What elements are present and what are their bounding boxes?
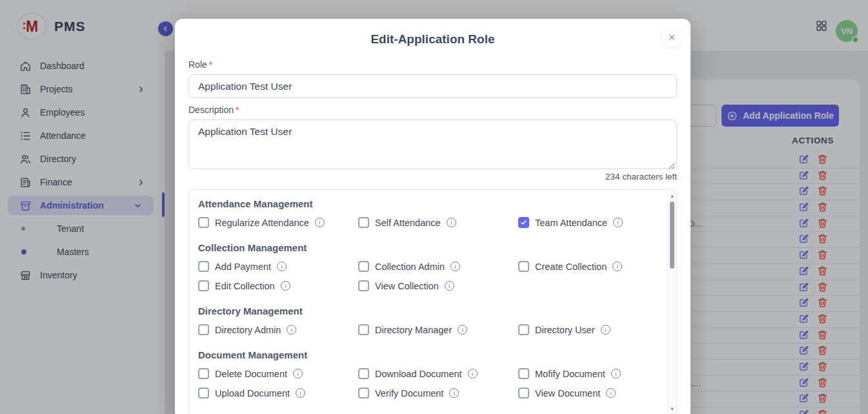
permission-label: Self Attendance: [375, 218, 441, 228]
permission-item: Upload Documenti: [198, 388, 358, 398]
required-asterisk: *: [236, 105, 239, 115]
checkbox[interactable]: [358, 388, 369, 398]
checkbox[interactable]: [358, 280, 369, 291]
permission-label: Directory User: [535, 325, 595, 335]
checkbox[interactable]: [518, 388, 529, 398]
permission-label: Upload Document: [215, 388, 290, 398]
screen: M PMS DashboardProjectsEmployeesAttendan…: [0, 0, 868, 414]
permission-item: Mofify Documenti: [518, 368, 657, 379]
permissions-list: Attendance ManagementRegularize Attendan…: [189, 190, 676, 398]
permission-label: Edit Collection: [215, 281, 275, 291]
resize-handle[interactable]: [669, 160, 675, 167]
permission-section: Attendance ManagementRegularize Attendan…: [198, 198, 657, 228]
info-icon[interactable]: i: [281, 281, 290, 291]
info-icon[interactable]: i: [296, 388, 305, 398]
checkbox[interactable]: [518, 324, 529, 335]
role-label: Role*: [188, 59, 677, 70]
info-icon[interactable]: i: [315, 218, 325, 227]
permission-item: Team Attendancei: [518, 217, 657, 228]
checkbox[interactable]: [518, 368, 529, 379]
permission-label: Verify Document: [375, 388, 443, 398]
checkbox[interactable]: [198, 324, 209, 335]
info-icon[interactable]: i: [277, 262, 287, 271]
checkbox[interactable]: [518, 217, 529, 228]
checkbox[interactable]: [198, 261, 209, 272]
permission-item: Regularize Attendancei: [198, 217, 358, 228]
info-icon[interactable]: i: [458, 325, 467, 335]
permission-item: Directory Admini: [198, 324, 358, 335]
info-icon[interactable]: i: [606, 388, 616, 398]
info-icon[interactable]: i: [449, 388, 459, 398]
checkbox[interactable]: [198, 217, 209, 228]
permission-label: Create Collection: [535, 262, 607, 272]
permission-label: View Collection: [375, 281, 439, 291]
permission-item: Download Documenti: [358, 368, 518, 379]
info-icon[interactable]: i: [447, 218, 456, 227]
checkbox[interactable]: [198, 368, 209, 379]
info-icon[interactable]: i: [611, 369, 621, 378]
role-input[interactable]: [188, 74, 677, 98]
scroll-down-icon[interactable]: ▼: [668, 406, 676, 412]
checkbox[interactable]: [358, 368, 369, 379]
permission-item: Directory Useri: [518, 324, 657, 335]
checkbox[interactable]: [198, 388, 209, 398]
permission-item: Edit Collectioni: [198, 280, 358, 291]
checkbox[interactable]: [518, 261, 529, 272]
info-icon[interactable]: i: [613, 218, 623, 227]
permission-item: Verify Documenti: [358, 388, 518, 398]
scroll-up-icon[interactable]: ▲: [668, 193, 676, 199]
permission-label: Delete Document: [215, 369, 287, 379]
permissions-panel: Attendance ManagementRegularize Attendan…: [188, 189, 677, 414]
description-textarea[interactable]: Application Test User: [188, 119, 677, 169]
scrollbar-thumb[interactable]: [670, 202, 674, 269]
permission-label: Add Payment: [215, 262, 271, 272]
info-icon[interactable]: i: [468, 369, 478, 378]
checkbox[interactable]: [198, 280, 209, 291]
permission-item: Collection Admini: [358, 261, 518, 272]
permission-item: Add Paymenti: [198, 261, 358, 272]
description-label: Description*: [188, 105, 677, 115]
permission-item: View Collectioni: [358, 280, 518, 291]
edit-application-role-modal: × Edit-Application Role Role* Descriptio…: [175, 19, 691, 414]
permission-item: View Documenti: [518, 388, 657, 398]
permission-section-title: Attendance Management: [198, 198, 657, 209]
info-icon[interactable]: i: [612, 262, 622, 271]
modal-title: Edit-Application Role: [188, 32, 677, 47]
info-icon[interactable]: i: [601, 325, 611, 335]
info-icon[interactable]: i: [450, 262, 460, 271]
permission-label: Regularize Attendance: [215, 218, 309, 228]
permission-item: Create Collectioni: [518, 261, 657, 272]
permission-section: Document ManagementDelete DocumentiDownl…: [198, 349, 657, 398]
permission-item: Delete Documenti: [198, 368, 358, 379]
permission-section: Collection ManagementAdd PaymentiCollect…: [198, 242, 657, 291]
permission-label: Mofify Document: [535, 369, 605, 379]
info-icon[interactable]: i: [293, 369, 303, 378]
close-icon[interactable]: ×: [661, 26, 682, 47]
characters-left-counter: 234 characters left: [188, 172, 677, 181]
info-icon[interactable]: i: [445, 281, 454, 291]
permission-section-title: Directory Management: [198, 305, 657, 316]
permission-section-title: Collection Management: [198, 242, 657, 253]
required-asterisk: *: [209, 59, 212, 70]
permission-item: Self Attendancei: [358, 217, 518, 228]
permission-label: View Document: [535, 388, 600, 398]
checkbox[interactable]: [358, 217, 369, 228]
permission-item: Directory Manageri: [358, 324, 518, 335]
checkbox[interactable]: [358, 261, 369, 272]
permission-label: Collection Admin: [375, 262, 445, 272]
checkbox[interactable]: [358, 324, 369, 335]
description-field-wrap: Application Test User: [188, 119, 677, 169]
permission-label: Download Document: [375, 369, 462, 379]
permission-section: Directory ManagementDirectory AdminiDire…: [198, 305, 657, 335]
scrollbar: ▲ ▼: [667, 191, 676, 414]
permission-label: Directory Manager: [375, 325, 452, 335]
permission-label: Directory Admin: [215, 325, 281, 335]
permission-label: Team Attendance: [535, 218, 607, 228]
permission-section-title: Document Management: [198, 349, 657, 360]
info-icon[interactable]: i: [287, 325, 296, 335]
